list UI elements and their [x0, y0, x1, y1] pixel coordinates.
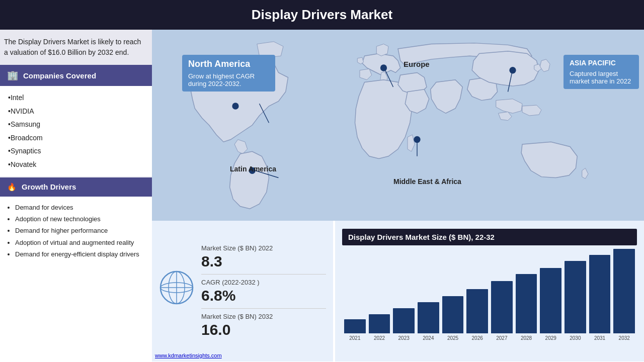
list-item: •Broadcom [8, 131, 144, 145]
list-item: •Intel [8, 91, 144, 105]
europe-box: Europe [404, 60, 430, 68]
europe-title: Europe [404, 60, 430, 68]
bar-column: 2030 [565, 261, 586, 341]
bar [613, 249, 635, 333]
latin-america-title: Latin America [230, 165, 276, 173]
bar [344, 319, 366, 333]
bar [565, 261, 586, 333]
bar-column: 2024 [418, 302, 439, 341]
stat-label-2: Market Size ($ BN) 2032 [201, 313, 326, 320]
chart-area: Display Drivers Market Size ($ BN), 22-3… [335, 221, 644, 361]
bar-year-label: 2026 [472, 335, 483, 341]
website-link[interactable]: www.kdmarketinsights.com [155, 352, 222, 358]
list-item: •NVIDIA [8, 105, 144, 118]
bar [393, 308, 415, 333]
list-item: Adoption of virtual and augmented realit… [15, 237, 144, 248]
bar-column: 2027 [491, 281, 513, 341]
list-item: •Novatek [8, 158, 144, 171]
north-america-desc: Grow at highest CAGR during 2022-2032. [188, 72, 269, 87]
bar-year-label: 2023 [398, 335, 410, 341]
bar-chart: 2021202220232024202520262027202820292030… [342, 250, 637, 341]
svg-point-1 [232, 103, 238, 109]
map-area: North America Grow at highest CAGR durin… [152, 30, 644, 221]
stats-area: Market Size ($ BN) 2022 8.3 CAGR (2022-2… [152, 221, 333, 361]
list-item: •Synaptics [8, 144, 144, 158]
growth-icon: 🔥 [7, 183, 17, 192]
bar-column: 2023 [393, 308, 415, 341]
north-america-box: North America Grow at highest CAGR durin… [182, 55, 275, 92]
bar-year-label: 2021 [349, 335, 360, 341]
bar-column: 2026 [466, 289, 488, 341]
companies-covered-header: 🏢 Companies Covered [0, 65, 152, 86]
bar [418, 302, 439, 333]
companies-icon: 🏢 [7, 70, 18, 81]
chart-title: Display Drivers Market Size ($ BN), 22-3… [342, 229, 637, 245]
bar [540, 268, 561, 333]
bar-column: 2022 [369, 314, 390, 341]
companies-list: •Intel •NVIDIA •Samsung •Broadcom •Synap… [0, 86, 152, 176]
svg-point-2 [380, 64, 387, 71]
stat-label-1: CAGR (2022-2032 ) [201, 279, 326, 286]
list-item: Demand for higher performance [15, 225, 144, 236]
bar [491, 281, 513, 333]
stat-value-1: 6.8% [201, 287, 326, 304]
bar [442, 296, 464, 333]
bar [369, 314, 390, 333]
stat-value-0: 8.3 [201, 253, 326, 270]
bar-year-label: 2032 [619, 335, 630, 341]
bar-column: 2032 [613, 249, 635, 341]
bar-column: 2025 [442, 296, 464, 341]
list-item: Demand for energy-efficient display driv… [15, 248, 144, 260]
stat-label-0: Market Size ($ BN) 2022 [201, 244, 326, 252]
bottom-section: Market Size ($ BN) 2022 8.3 CAGR (2022-2… [152, 221, 644, 361]
middle-east-title: Middle East & Africa [393, 177, 461, 186]
bar [589, 255, 611, 333]
bar-year-label: 2024 [423, 335, 434, 341]
stat-item-1: CAGR (2022-2032 ) 6.8% [201, 275, 326, 309]
stat-item-2: Market Size ($ BN) 2032 16.0 [201, 309, 326, 342]
bar [516, 274, 537, 333]
bar-column: 2028 [516, 274, 537, 341]
intro-text: The Display Drivers Market is likely to … [0, 30, 152, 65]
latin-america-box: Latin America [230, 165, 276, 173]
bar-year-label: 2031 [594, 335, 605, 341]
header-title: Display Drivers Market [252, 7, 392, 22]
bar-year-label: 2028 [521, 335, 532, 341]
bar-column: 2029 [540, 268, 561, 341]
asia-pacific-desc: Captured largest market share in 2022 [570, 70, 633, 85]
growth-label: Growth Drivers [22, 183, 76, 191]
main-layout: The Display Drivers Market is likely to … [0, 30, 644, 361]
bar-column: 2031 [589, 255, 611, 341]
middle-east-box: Middle East & Africa [393, 177, 461, 186]
list-item: Adoption of new technologies [15, 213, 144, 225]
stat-item-0: Market Size ($ BN) 2022 8.3 [201, 240, 326, 275]
website-text: www.kdmarketinsights.com [155, 352, 222, 358]
stat-value-2: 16.0 [201, 321, 326, 338]
stats-list: Market Size ($ BN) 2022 8.3 CAGR (2022-2… [201, 240, 326, 342]
sidebar: The Display Drivers Market is likely to … [0, 30, 152, 361]
growth-list: Demand for devices Adoption of new techn… [0, 197, 152, 361]
bar-column: 2021 [344, 319, 366, 341]
asia-pacific-box: ASIA PACIFIC Captured largest market sha… [564, 55, 639, 89]
north-america-title: North America [188, 59, 269, 69]
bar-year-label: 2022 [374, 335, 385, 341]
bar [466, 289, 488, 333]
list-item: •Samsung [8, 118, 144, 131]
asia-pacific-title: ASIA PACIFIC [570, 59, 633, 67]
globe-icon [159, 270, 194, 312]
companies-label: Companies Covered [23, 71, 96, 80]
bar-year-label: 2027 [496, 335, 507, 341]
bar-year-label: 2030 [570, 335, 581, 341]
bar-year-label: 2029 [545, 335, 556, 341]
bar-year-label: 2025 [447, 335, 458, 341]
page-title: Display Drivers Market [0, 0, 644, 30]
growth-drivers-header: 🔥 Growth Drivers [0, 177, 152, 197]
intro-paragraph: The Display Drivers Market is likely to … [4, 38, 141, 56]
right-content: North America Grow at highest CAGR durin… [152, 30, 644, 361]
list-item: Demand for devices [15, 202, 144, 213]
